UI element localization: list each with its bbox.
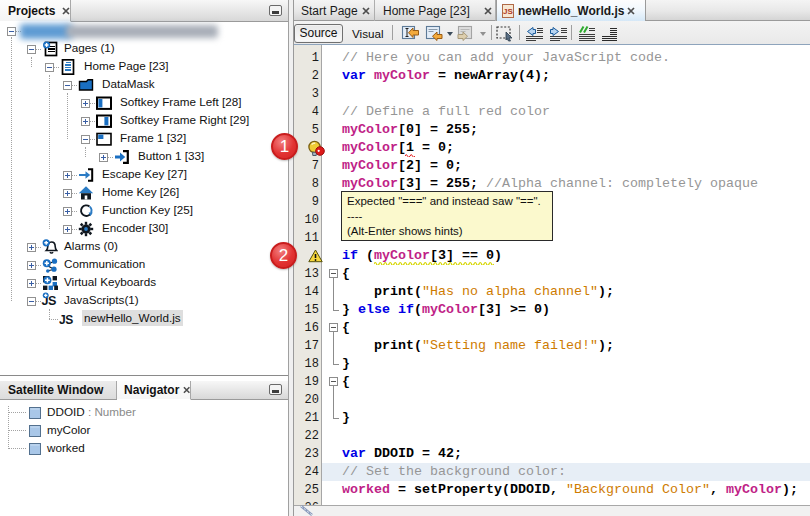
svg-text:JS: JS bbox=[59, 313, 73, 327]
svg-text:JS: JS bbox=[503, 7, 513, 16]
